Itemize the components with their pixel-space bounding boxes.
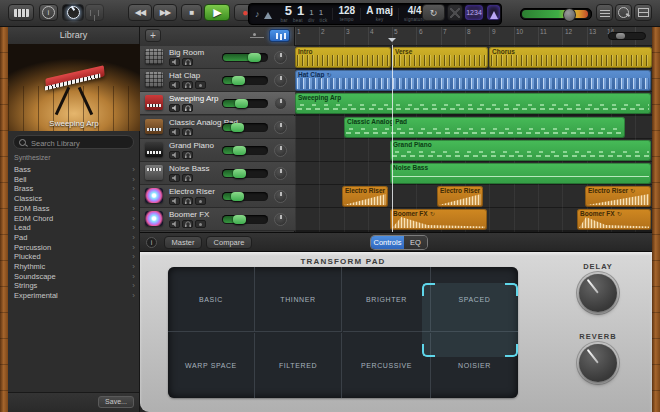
library-item-soundscape[interactable]: Soundscape› (8, 272, 140, 282)
pad-brighter[interactable]: BRIGHTER (343, 267, 431, 332)
volume-slider[interactable] (222, 99, 268, 108)
volume-slider[interactable] (222, 146, 268, 155)
tempo-display[interactable]: 128 tempo (333, 4, 360, 24)
volume-slider[interactable] (222, 192, 268, 201)
volume-slider[interactable] (222, 123, 268, 132)
region-electro-riser[interactable]: Electro Riser↻ (342, 186, 388, 207)
track-header-big-room[interactable]: Big Room (140, 46, 295, 69)
pad-thinner[interactable]: THINNER (255, 267, 342, 332)
mute-button[interactable] (169, 58, 180, 66)
solo-button[interactable] (182, 81, 193, 89)
library-item-classics[interactable]: Classics› (8, 194, 140, 204)
region-classic-analog-pad[interactable]: Classic Analog Pad (344, 117, 625, 138)
media-browser-button[interactable] (634, 4, 652, 21)
forward-button[interactable]: ▶▶ (153, 4, 177, 21)
tab-eq[interactable]: EQ (404, 236, 427, 249)
pad-filtered[interactable]: FILTERED (255, 333, 342, 398)
inspector-info-button[interactable]: i (146, 237, 157, 248)
horizontal-zoom-slider[interactable] (608, 32, 646, 40)
solo-button[interactable] (182, 104, 193, 112)
region-boomer-fx[interactable]: Boomer FX↻ (577, 209, 651, 230)
pad-basic[interactable]: BASIC (168, 267, 255, 332)
region-intro[interactable]: Intro (295, 47, 391, 68)
count-in-button[interactable]: 1234 (464, 4, 484, 21)
tab-controls[interactable]: Controls (371, 236, 404, 249)
volume-slider[interactable] (222, 169, 268, 178)
track-header-boomer-fx[interactable]: Boomer FX (140, 208, 295, 231)
mute-button[interactable] (169, 220, 180, 228)
master-volume-slider[interactable] (520, 8, 592, 20)
library-item-percussion[interactable]: Percussion› (8, 243, 140, 253)
arrange-area[interactable]: 1 2 3 4 5 6 7 8 9 10 11 12 13 14 Intro V… (295, 26, 652, 232)
volume-slider[interactable] (222, 215, 268, 224)
automation-icon[interactable] (250, 32, 264, 40)
tuner-button[interactable] (85, 4, 104, 21)
library-search[interactable] (13, 135, 134, 149)
input-monitor-button[interactable] (195, 220, 206, 228)
solo-button[interactable] (182, 220, 193, 228)
track-header-electro-riser[interactable]: Electro Riser (140, 185, 295, 208)
editor-button[interactable] (447, 4, 463, 21)
region-electro-riser[interactable]: Electro Riser↻ (585, 186, 651, 207)
pad-warp-space[interactable]: WARP SPACE (168, 333, 255, 398)
pan-knob[interactable] (274, 51, 287, 64)
key-display[interactable]: A maj key (361, 4, 398, 24)
pan-knob[interactable] (274, 144, 287, 157)
library-item-experimental[interactable]: Experimental› (8, 291, 140, 301)
library-item-lead[interactable]: Lead› (8, 223, 140, 233)
library-item-edm-bass[interactable]: EDM Bass› (8, 204, 140, 214)
volume-slider[interactable] (222, 76, 268, 85)
solo-button[interactable] (182, 197, 193, 205)
transform-pad-selection[interactable] (422, 283, 518, 357)
pan-knob[interactable] (274, 167, 287, 180)
volume-knob[interactable] (563, 8, 576, 22)
solo-button[interactable] (182, 128, 193, 136)
library-toggle-button[interactable] (8, 4, 34, 21)
region-verse[interactable]: Verse (392, 47, 488, 68)
pan-knob[interactable] (274, 121, 287, 134)
search-input[interactable] (29, 136, 133, 150)
quick-help-button[interactable]: i (39, 4, 58, 21)
mute-button[interactable] (169, 104, 180, 112)
reverb-knob[interactable] (579, 344, 617, 382)
library-item-strings[interactable]: Strings› (8, 281, 140, 291)
input-monitor-button[interactable] (195, 81, 206, 89)
notepad-button[interactable] (596, 4, 613, 21)
library-item-edm-chord[interactable]: EDM Chord› (8, 214, 140, 224)
delay-knob[interactable] (579, 274, 617, 312)
track-header-classic-analog-pad[interactable]: Classic Analog Pad (140, 116, 295, 139)
master-button[interactable]: Master (164, 236, 202, 249)
mixer-toggle-button[interactable] (269, 29, 290, 42)
compare-button[interactable]: Compare (206, 236, 252, 249)
region-boomer-fx[interactable]: Boomer FX↻ (390, 209, 487, 230)
play-button[interactable]: ▶ (204, 4, 230, 21)
region-hat-clap[interactable]: Hat Clap↻ (295, 70, 651, 91)
solo-button[interactable] (182, 58, 193, 66)
mute-button[interactable] (169, 128, 180, 136)
pan-knob[interactable] (274, 97, 287, 110)
rewind-button[interactable]: ◀◀ (128, 4, 152, 21)
region-noise-bass[interactable]: Noise Bass (390, 163, 651, 184)
input-monitor-button[interactable] (195, 197, 206, 205)
loop-browser-button[interactable] (615, 4, 632, 21)
pan-knob[interactable] (274, 213, 287, 226)
library-item-plucked[interactable]: Plucked› (8, 252, 140, 262)
track-header-grand-piano[interactable]: Grand Piano (140, 139, 295, 162)
solo-button[interactable] (182, 174, 193, 182)
metronome-button[interactable] (486, 4, 501, 21)
library-item-pad[interactable]: Pad› (8, 233, 140, 243)
mute-button[interactable] (169, 174, 180, 182)
region-grand-piano[interactable]: Grand Piano (390, 140, 651, 161)
mute-button[interactable] (169, 197, 180, 205)
stop-button[interactable]: ■ (181, 4, 202, 21)
mute-button[interactable] (169, 151, 180, 159)
library-item-brass[interactable]: Brass› (8, 184, 140, 194)
track-header-sweeping-arp[interactable]: Sweeping Arp (140, 92, 295, 115)
mute-button[interactable] (169, 81, 180, 89)
pan-knob[interactable] (274, 190, 287, 203)
library-item-rhythmic[interactable]: Rhythmic› (8, 262, 140, 272)
volume-slider[interactable] (222, 53, 268, 62)
track-header-noise-bass[interactable]: Noise Bass (140, 162, 295, 185)
pad-percussive[interactable]: PERCUSSIVE (343, 333, 431, 398)
cycle-button[interactable]: ↻ (422, 4, 445, 21)
